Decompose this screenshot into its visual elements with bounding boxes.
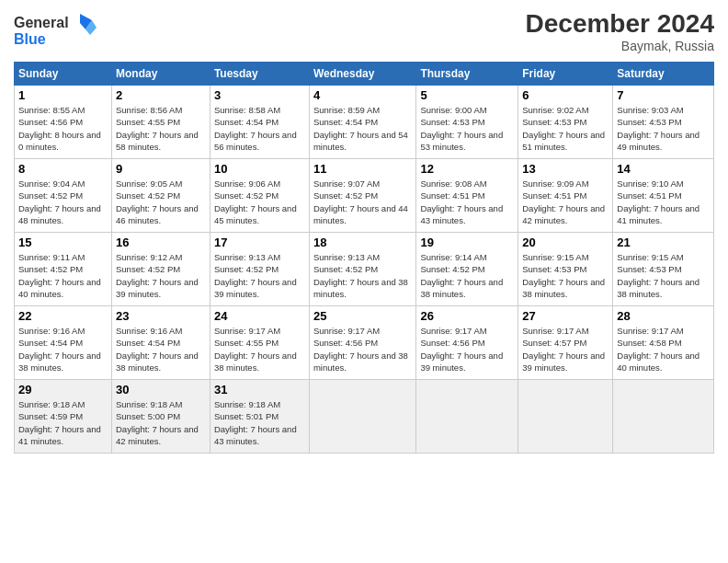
col-thursday: Thursday (416, 63, 518, 86)
table-row: 30Sunrise: 9:18 AMSunset: 5:00 PMDayligh… (112, 380, 210, 454)
col-saturday: Saturday (613, 63, 714, 86)
calendar-week-1: 1Sunrise: 8:55 AMSunset: 4:56 PMDaylight… (15, 86, 714, 159)
calendar-week-3: 15Sunrise: 9:11 AMSunset: 4:52 PMDayligh… (15, 233, 714, 306)
col-sunday: Sunday (15, 63, 112, 86)
col-tuesday: Tuesday (210, 63, 309, 86)
table-row: 3Sunrise: 8:58 AMSunset: 4:54 PMDaylight… (210, 86, 309, 159)
calendar-week-2: 8Sunrise: 9:04 AMSunset: 4:52 PMDaylight… (15, 159, 714, 233)
table-row: 18Sunrise: 9:13 AMSunset: 4:52 PMDayligh… (309, 233, 415, 306)
table-row: 1Sunrise: 8:55 AMSunset: 4:56 PMDaylight… (15, 86, 112, 159)
table-row: 11Sunrise: 9:07 AMSunset: 4:52 PMDayligh… (309, 159, 415, 233)
table-row: 15Sunrise: 9:11 AMSunset: 4:52 PMDayligh… (15, 233, 112, 306)
table-row: 9Sunrise: 9:05 AMSunset: 4:52 PMDaylight… (112, 159, 210, 233)
table-row (309, 380, 415, 454)
title-block: December 2024 Baymak, Russia (526, 9, 714, 53)
table-row: 14Sunrise: 9:10 AMSunset: 4:51 PMDayligh… (613, 159, 714, 233)
table-row (613, 380, 714, 454)
table-row: 20Sunrise: 9:15 AMSunset: 4:53 PMDayligh… (518, 233, 613, 306)
logo-text: General Blue (14, 9, 97, 54)
table-row: 4Sunrise: 8:59 AMSunset: 4:54 PMDaylight… (309, 86, 415, 159)
svg-text:General: General (14, 15, 69, 30)
col-friday: Friday (518, 63, 613, 86)
table-row: 28Sunrise: 9:17 AMSunset: 4:58 PMDayligh… (613, 306, 714, 380)
table-row: 26Sunrise: 9:17 AMSunset: 4:56 PMDayligh… (416, 306, 518, 380)
logo: General Blue (14, 9, 97, 54)
location: Baymak, Russia (526, 39, 714, 53)
table-row: 27Sunrise: 9:17 AMSunset: 4:57 PMDayligh… (518, 306, 613, 380)
table-row: 7Sunrise: 9:03 AMSunset: 4:53 PMDaylight… (613, 86, 714, 159)
table-row: 13Sunrise: 9:09 AMSunset: 4:51 PMDayligh… (518, 159, 613, 233)
table-row: 21Sunrise: 9:15 AMSunset: 4:53 PMDayligh… (613, 233, 714, 306)
table-row: 24Sunrise: 9:17 AMSunset: 4:55 PMDayligh… (210, 306, 309, 380)
table-row: 12Sunrise: 9:08 AMSunset: 4:51 PMDayligh… (416, 159, 518, 233)
header-row: Sunday Monday Tuesday Wednesday Thursday… (15, 63, 714, 86)
table-row: 5Sunrise: 9:00 AMSunset: 4:53 PMDaylight… (416, 86, 518, 159)
table-row (518, 380, 613, 454)
table-row: 10Sunrise: 9:06 AMSunset: 4:52 PMDayligh… (210, 159, 309, 233)
table-row (416, 380, 518, 454)
month-title: December 2024 (526, 9, 714, 39)
table-row: 6Sunrise: 9:02 AMSunset: 4:53 PMDaylight… (518, 86, 613, 159)
calendar-table: Sunday Monday Tuesday Wednesday Thursday… (14, 62, 714, 454)
table-row: 19Sunrise: 9:14 AMSunset: 4:52 PMDayligh… (416, 233, 518, 306)
table-row: 23Sunrise: 9:16 AMSunset: 4:54 PMDayligh… (112, 306, 210, 380)
col-wednesday: Wednesday (309, 63, 415, 86)
page-header: General Blue December 2024 Baymak, Russi… (14, 9, 714, 54)
page-container: General Blue December 2024 Baymak, Russi… (0, 0, 728, 463)
table-row: 8Sunrise: 9:04 AMSunset: 4:52 PMDaylight… (15, 159, 112, 233)
svg-text:Blue: Blue (14, 31, 46, 47)
table-row: 2Sunrise: 8:56 AMSunset: 4:55 PMDaylight… (112, 86, 210, 159)
table-row: 22Sunrise: 9:16 AMSunset: 4:54 PMDayligh… (15, 306, 112, 380)
table-row: 17Sunrise: 9:13 AMSunset: 4:52 PMDayligh… (210, 233, 309, 306)
calendar-week-5: 29Sunrise: 9:18 AMSunset: 4:59 PMDayligh… (15, 380, 714, 454)
calendar-week-4: 22Sunrise: 9:16 AMSunset: 4:54 PMDayligh… (15, 306, 714, 380)
table-row: 25Sunrise: 9:17 AMSunset: 4:56 PMDayligh… (309, 306, 415, 380)
table-row: 31Sunrise: 9:18 AMSunset: 5:01 PMDayligh… (210, 380, 309, 454)
table-row: 16Sunrise: 9:12 AMSunset: 4:52 PMDayligh… (112, 233, 210, 306)
col-monday: Monday (112, 63, 210, 86)
table-row: 29Sunrise: 9:18 AMSunset: 4:59 PMDayligh… (15, 380, 112, 454)
